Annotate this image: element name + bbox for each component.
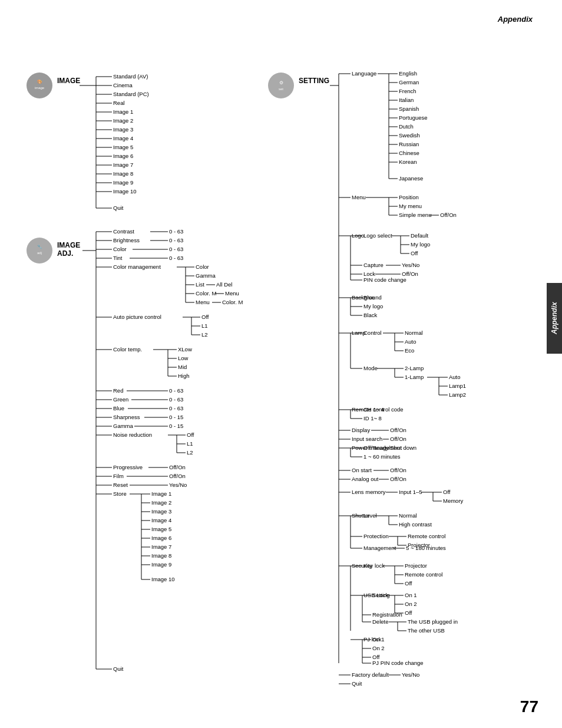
keylock-item: Projector: [405, 562, 427, 569]
lamp-sub-item: Lamp2: [449, 391, 466, 398]
adj-value: 0 - 63: [169, 237, 183, 243]
image-item: Real: [113, 100, 125, 106]
lang-item: Chinese: [399, 150, 419, 156]
adj-value: 0 - 63: [169, 228, 183, 235]
adj-value: 0 - 63: [169, 405, 183, 411]
logo-select-item: Off: [411, 250, 418, 256]
setting-item: Factory default: [352, 671, 389, 678]
keylock-item: Off: [405, 580, 412, 587]
logo-select-item: My logo: [411, 241, 430, 248]
adj-sub-item: All Del: [216, 281, 232, 288]
setting-item: Quit: [352, 680, 362, 687]
lang-item: English: [399, 70, 417, 77]
logo-item: Capture: [363, 262, 384, 268]
adj-item: Color management: [113, 263, 161, 270]
lens-sub-item: Memory: [443, 498, 464, 504]
setting-item: Lens memory: [352, 489, 386, 495]
adj-sub-item: Image 1: [151, 490, 171, 497]
adj-value: 0 - 15: [169, 423, 183, 429]
page-container: Appendix 🎨 image IMAGE Standard (AV) Cin…: [0, 0, 562, 728]
control-item: Auto: [405, 338, 416, 345]
svg-text:image: image: [35, 86, 45, 90]
adj-item: Reset: [113, 482, 128, 488]
lamp-sub-item: Auto: [449, 374, 461, 380]
logo-select-item: Default: [411, 232, 428, 239]
adj-sub-item: Mid: [178, 364, 187, 370]
svg-text:set: set: [279, 87, 283, 91]
level-item: High contrast: [399, 521, 432, 528]
lamp-item: Control: [363, 330, 382, 336]
adj-sub-item: L2: [187, 449, 193, 456]
adj-sub-item: Image 7: [151, 543, 171, 550]
lang-item: Italian: [399, 97, 414, 103]
adj-value: 0 - 63: [169, 246, 183, 252]
power-item: Off/Ready/Shut down: [363, 444, 416, 451]
lang-item: Swedish: [399, 132, 420, 139]
lang-item: Japanese: [399, 175, 423, 182]
adj-value: 0 - 63: [169, 255, 183, 261]
mode-item: 1-Lamp: [405, 374, 424, 380]
image-item: Standard (PC): [113, 91, 149, 97]
svg-text:🔧: 🔧: [37, 244, 42, 249]
setting-item: On start: [352, 467, 372, 473]
usb-item: Delete: [372, 618, 388, 625]
adj-item: Color temp.: [113, 346, 142, 353]
adj-sub-item: Image 3: [151, 508, 171, 515]
protection-item: Remote control: [408, 533, 445, 539]
logo-item: Logo select: [363, 232, 392, 239]
delete-item: The other USB: [408, 627, 445, 634]
setting-item: Analog out: [352, 476, 379, 482]
svg-text:🎨: 🎨: [37, 79, 42, 84]
setting-value: Off/On: [390, 467, 406, 473]
pjlock-item: On 1: [372, 636, 385, 643]
adj-value: Off/On: [169, 473, 186, 479]
adj-item: Progressive: [113, 464, 143, 470]
rcc-item: CH 1~ 4: [363, 406, 384, 413]
adj-item: Store: [113, 490, 127, 497]
pjlock-item: PJ PIN code change: [372, 660, 424, 666]
image-item: Image 3: [113, 126, 133, 133]
adj-sub-item: Menu: [196, 299, 210, 305]
menu-item: Position: [399, 194, 419, 200]
lang-item: Russian: [399, 141, 419, 147]
adj-item: Red: [113, 387, 123, 394]
adj-sub-item: XLow: [178, 346, 192, 353]
lens-item: Input 1–5: [399, 489, 422, 495]
shutter-item: Level: [363, 512, 377, 519]
setting-item: Language: [352, 70, 376, 77]
lang-item: Portuguese: [399, 114, 428, 121]
adj-sub-item: L2: [201, 331, 208, 338]
setting-value: Off/On: [390, 436, 406, 442]
adj-item: Tint: [113, 255, 123, 261]
adj-value: 0 - 15: [169, 414, 183, 420]
lamp-sub-item: Lamp1: [449, 383, 466, 389]
image-adj-icon: [27, 238, 52, 263]
setting-value: Off/On: [390, 476, 406, 482]
usb-setting-item: Off: [405, 610, 412, 616]
keylock-item: Remote control: [405, 571, 442, 578]
menu-sub-item: Off/On: [440, 212, 457, 218]
adj-item: Quit: [113, 666, 124, 672]
power-item: 1 ~ 60 minutes: [363, 453, 401, 460]
adj-item: Color: [113, 246, 127, 252]
level-item: Normal: [399, 512, 417, 519]
menu-item: Simple menu: [399, 212, 431, 218]
image-item: Quit: [113, 205, 124, 211]
adj-item: Gamma: [113, 423, 134, 429]
adj-sub-item: Image 2: [151, 499, 171, 506]
page-number: 77: [520, 697, 538, 716]
image-item: Standard (AV): [113, 73, 148, 80]
lang-item: German: [399, 79, 419, 85]
pjlock-item: On 2: [372, 645, 385, 651]
adj-sub-item: Low: [178, 355, 189, 361]
adj-item: Brightness: [113, 237, 140, 243]
logo-item: PIN code change: [363, 276, 406, 283]
adj-sub-item: L1: [187, 440, 193, 447]
shutter-item: Management: [363, 545, 396, 551]
setting-value: Off/On: [390, 427, 406, 433]
image-item: Image 2: [113, 117, 133, 124]
adj-sub-item: Color. M: [222, 299, 243, 305]
logo-sub-item: Yes/No: [402, 262, 419, 268]
svg-text:⚙: ⚙: [279, 80, 283, 85]
adj-sub-item: Off: [201, 314, 209, 320]
